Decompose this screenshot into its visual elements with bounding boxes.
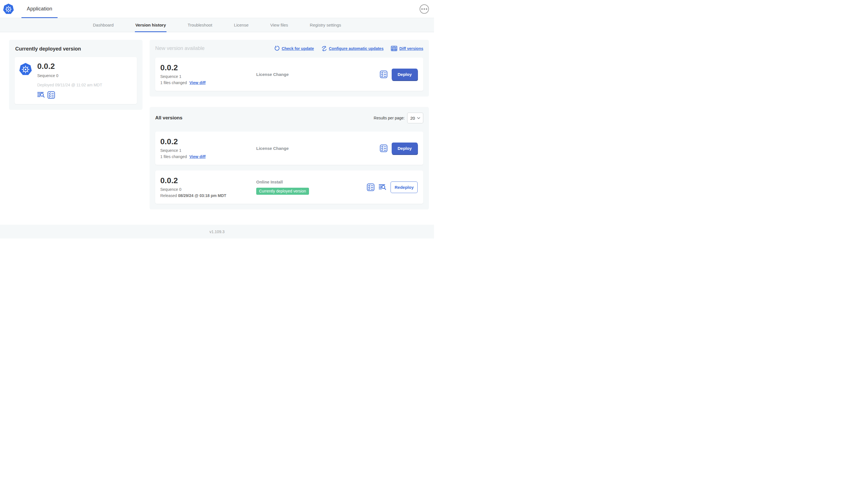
version-actions: Deploy <box>380 68 417 80</box>
console-footer: v1.109.3 <box>0 225 434 239</box>
admin-console-version: v1.109.3 <box>209 230 225 234</box>
version-actions: Deploy <box>380 143 417 154</box>
ellipsis-menu-button[interactable] <box>420 4 429 13</box>
active-tab-underline <box>135 31 166 32</box>
currently-deployed-panel: Currently deployed version 0.0. <box>9 40 143 110</box>
automatic-updates-schedule-icon <box>321 46 327 51</box>
preflight-checklist-icon[interactable] <box>380 145 388 152</box>
check-for-update-link[interactable]: Check for update <box>274 46 314 51</box>
results-per-page-label: Results per page: <box>374 116 405 120</box>
preflight-checklist-icon[interactable] <box>48 91 55 99</box>
version-info: 0.0.2 Sequence 1 1 files changed View di… <box>160 63 256 85</box>
all-versions-header: All versions Results per page: 20 <box>155 113 423 123</box>
new-version-header: New version available Check for update <box>155 46 423 51</box>
ellipsis-icon <box>421 8 423 9</box>
preflight-checklist-icon[interactable] <box>380 70 388 78</box>
version-info: 0.0.2 Sequence 1 1 files changed View di… <box>160 138 256 159</box>
deploy-button[interactable]: Deploy <box>392 68 417 80</box>
view-logs-icon[interactable] <box>379 184 386 190</box>
app-title: Application <box>27 6 52 12</box>
version-sequence: Sequence 1 <box>160 148 256 153</box>
version-actions: Redeploy <box>367 181 417 193</box>
view-diff-link[interactable]: View diff <box>189 81 206 85</box>
tab-view-files[interactable]: View files <box>270 18 289 32</box>
version-sequence: Sequence 0 <box>160 187 256 192</box>
console-subnav: Dashboard Version history Troubleshoot L… <box>0 18 434 32</box>
version-source: Online Install Currently deployed versio… <box>256 180 367 195</box>
redeploy-button[interactable]: Redeploy <box>391 181 417 193</box>
chevron-down-icon <box>417 117 420 119</box>
tab-registry-settings[interactable]: Registry settings <box>309 18 342 32</box>
deployed-version-number: 0.0.2 <box>37 62 102 71</box>
all-versions-panel: All versions Results per page: 20 0.0.2 … <box>150 107 429 209</box>
new-version-panel: New version available Check for update <box>150 40 429 96</box>
view-logs-icon[interactable] <box>37 92 45 98</box>
diff-icon <box>391 46 397 51</box>
results-per-page: Results per page: 20 <box>374 113 423 123</box>
deploy-button[interactable]: Deploy <box>392 143 417 154</box>
version-number: 0.0.2 <box>160 138 256 146</box>
tab-dashboard[interactable]: Dashboard <box>92 18 114 32</box>
version-source: License Change <box>256 146 380 151</box>
versions-column: New version available Check for update <box>150 40 429 209</box>
tab-troubleshoot[interactable]: Troubleshoot <box>187 18 213 32</box>
deployed-timestamp: Deployed 09/11/24 @ 11:02 am MDT <box>37 83 102 87</box>
app-header: Application <box>0 0 434 18</box>
new-version-heading: New version available <box>155 46 205 51</box>
deployed-version-card: 0.0.2 Sequence 0 Deployed 09/11/24 @ 11:… <box>15 57 137 104</box>
view-diff-link[interactable]: View diff <box>189 154 206 159</box>
all-versions-heading: All versions <box>155 115 182 121</box>
tab-version-history[interactable]: Version history <box>135 18 166 32</box>
version-number: 0.0.2 <box>160 63 256 72</box>
preflight-checklist-icon[interactable] <box>367 183 374 191</box>
version-sequence: Sequence 1 <box>160 74 256 79</box>
configure-automatic-updates-link[interactable]: Configure automatic updates <box>321 46 384 51</box>
version-number: 0.0.2 <box>160 176 256 185</box>
version-info: 0.0.2 Sequence 0 Released 08/29/24 @ 03:… <box>160 176 256 198</box>
app-tab[interactable]: Application <box>22 0 58 18</box>
kubernetes-logo-icon <box>19 63 32 76</box>
files-changed: 1 files changed View diff <box>160 81 256 85</box>
update-actions: Check for update Configure automatic upd… <box>274 46 423 51</box>
refresh-icon <box>274 46 280 51</box>
active-app-tab-underline <box>22 17 58 18</box>
kubernetes-logo-icon <box>3 3 14 15</box>
diff-versions-link[interactable]: Diff versions <box>391 46 423 51</box>
version-history-page: Currently deployed version 0.0. <box>0 32 434 219</box>
version-row: 0.0.2 Sequence 0 Released 08/29/24 @ 03:… <box>155 171 423 204</box>
results-per-page-select[interactable]: 20 <box>407 113 423 123</box>
currently-deployed-badge: Currently deployed version <box>256 188 309 195</box>
new-version-row: 0.0.2 Sequence 1 1 files changed View di… <box>155 58 423 91</box>
files-changed: 1 files changed View diff <box>160 154 256 159</box>
version-row: 0.0.2 Sequence 1 1 files changed View di… <box>155 131 423 165</box>
tab-license[interactable]: License <box>234 18 249 32</box>
deployed-sequence: Sequence 0 <box>37 73 102 78</box>
deployed-card-actions <box>37 91 102 99</box>
version-source: License Change <box>256 72 380 77</box>
currently-deployed-heading: Currently deployed version <box>15 46 137 52</box>
released-timestamp: Released 08/29/24 @ 03:18 pm MDT <box>160 193 256 198</box>
